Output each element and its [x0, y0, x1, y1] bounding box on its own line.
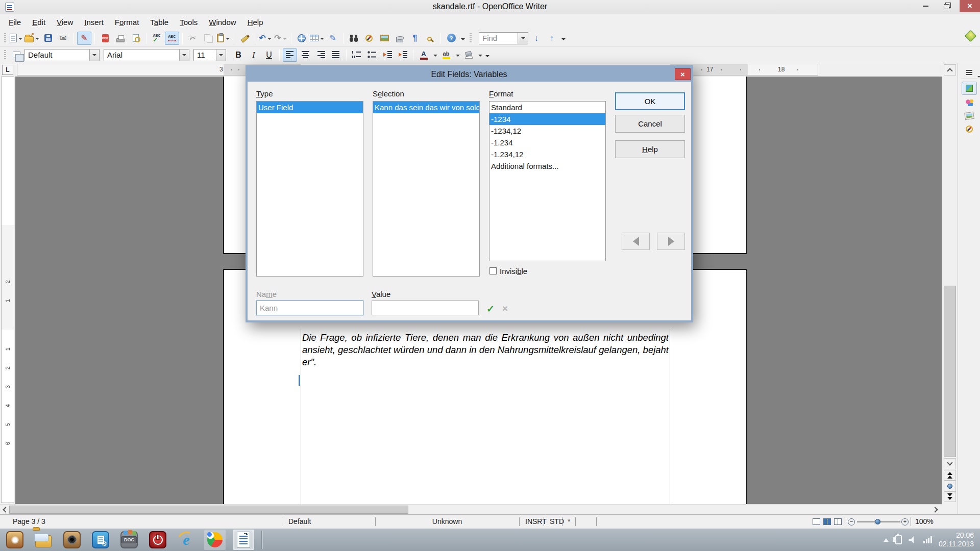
page-preview-button[interactable] [129, 32, 143, 45]
paragraph-style-combobox[interactable]: Default [24, 49, 100, 61]
vertical-scroll-thumb[interactable] [944, 286, 956, 457]
close-button[interactable]: × [960, 0, 980, 12]
taskbar-media-player[interactable] [61, 530, 83, 550]
status-zoom-level[interactable]: 100% [915, 517, 934, 525]
zoom-button[interactable] [423, 32, 437, 45]
restore-button[interactable] [938, 0, 957, 12]
sidebar-tab-styles[interactable] [962, 96, 977, 109]
help-button[interactable]: ? [444, 32, 458, 45]
combo-arrow-icon[interactable] [179, 49, 189, 61]
ok-button[interactable]: OK [615, 92, 685, 110]
tab-stop-selector[interactable]: L [2, 65, 13, 75]
dialog-close-button[interactable]: × [675, 68, 691, 80]
justify-button[interactable] [329, 48, 343, 62]
undo-button[interactable]: ↶ [258, 32, 273, 45]
list-item[interactable]: -1234,12 [489, 125, 605, 137]
show-hidden-icons-button[interactable] [884, 536, 889, 542]
new-document-button[interactable] [9, 32, 23, 45]
list-item-selected[interactable]: Kann das sein das wir von solch [373, 102, 479, 113]
volume-icon[interactable] [909, 536, 917, 543]
horizontal-scrollbar[interactable] [0, 504, 942, 514]
menu-file[interactable]: File [3, 16, 27, 29]
hyperlink-button[interactable] [295, 32, 309, 45]
open-button[interactable] [24, 32, 40, 45]
menu-tools[interactable]: Tools [174, 16, 203, 29]
delete-button[interactable]: × [502, 303, 508, 314]
toolbar-grip[interactable] [4, 33, 6, 43]
apply-button[interactable]: ✓ [486, 303, 495, 315]
sidebar-tab-gallery[interactable] [962, 109, 977, 122]
insert-table-button[interactable] [310, 32, 325, 45]
autospellcheck-button[interactable]: ABC [165, 32, 179, 45]
view-multi-page-button[interactable] [823, 518, 831, 525]
findbar-overflow-button[interactable] [560, 32, 567, 44]
selection-listbox[interactable]: Kann das sein das wir von solch [373, 101, 480, 277]
previous-field-button[interactable] [622, 233, 650, 250]
next-page-button[interactable] [944, 491, 956, 502]
taskbar-power-button[interactable] [147, 530, 168, 550]
formatting-marks-button[interactable]: ¶ [408, 32, 422, 45]
sidebar-tab-properties[interactable] [962, 82, 977, 95]
save-button[interactable] [41, 32, 55, 45]
taskbar-file-explorer[interactable] [33, 530, 54, 550]
type-listbox[interactable]: User Field [256, 101, 363, 277]
vertical-ruler[interactable]: 2 1 1 2 3 4 5 6 [1, 77, 14, 503]
export-pdf-button[interactable]: PDF [98, 32, 112, 45]
styles-window-button[interactable] [9, 48, 23, 62]
view-book-button[interactable] [834, 518, 842, 525]
scroll-up-button[interactable] [944, 64, 956, 76]
minimize-button[interactable] [916, 0, 935, 12]
value-input[interactable] [372, 300, 479, 315]
draw-functions-button[interactable]: ✎ [326, 32, 340, 45]
highlight-color-button[interactable]: ab [439, 48, 453, 62]
find-input[interactable]: Find [479, 32, 528, 44]
list-item[interactable]: Additional formats... [489, 160, 605, 172]
menu-help[interactable]: Help [242, 16, 269, 29]
navigator-button[interactable] [362, 32, 376, 45]
menu-table[interactable]: Table [144, 16, 174, 29]
taskbar-settings-app[interactable]: ⚙ [90, 530, 111, 550]
status-language[interactable]: Unknown [375, 517, 519, 525]
find-replace-button[interactable] [347, 32, 361, 45]
taskbar-clock[interactable]: 20:06 02.11.2013 [939, 531, 976, 548]
horizontal-scroll-thumb[interactable] [9, 506, 408, 514]
font-color-dropdown[interactable] [433, 55, 437, 59]
find-previous-button[interactable]: ↑ [545, 32, 559, 45]
find-d ropdown-arrow[interactable] [518, 33, 528, 44]
print-button[interactable] [113, 32, 128, 45]
background-color-dropdown[interactable] [478, 55, 482, 59]
invisible-checkbox[interactable] [489, 267, 497, 274]
scroll-left-button[interactable] [1, 506, 9, 514]
list-item[interactable]: -1.234,12 [489, 148, 605, 160]
format-listbox[interactable]: Standard -1234 -1234,12 -1.234 -1.234,12… [489, 101, 606, 261]
data-sources-button[interactable] [393, 32, 407, 45]
spellcheck-button[interactable]: ABC✓ [150, 32, 164, 45]
sidebar-menu-button[interactable] [962, 66, 977, 79]
bold-button[interactable]: B [231, 48, 246, 62]
font-size-combobox[interactable]: 11 [193, 49, 226, 61]
findbar-grip[interactable] [470, 33, 472, 43]
name-input[interactable]: Kann [256, 300, 363, 315]
dialog-title-bar[interactable]: Edit Fields: Variables [247, 67, 691, 82]
align-right-button[interactable] [313, 48, 328, 62]
combo-arrow-icon[interactable] [89, 49, 99, 61]
help-button-dialog[interactable]: Help [615, 140, 685, 158]
font-name-combobox[interactable]: Arial [104, 49, 189, 61]
list-item[interactable]: Standard [489, 102, 605, 113]
navigation-button[interactable] [944, 481, 956, 491]
document-text[interactable]: Die Frage, ob infizierte Tiere, denen ma… [302, 332, 669, 368]
list-item[interactable]: -1.234 [489, 137, 605, 148]
sidebar-tab-navigator[interactable] [962, 122, 977, 136]
email-button[interactable]: ✉ [56, 32, 70, 45]
menu-edit[interactable]: Edit [27, 16, 51, 29]
view-single-page-button[interactable] [813, 518, 820, 525]
menu-window[interactable]: Window [203, 16, 241, 29]
power-status-icon[interactable] [895, 535, 902, 544]
increase-indent-button[interactable] [396, 48, 410, 62]
taskbar-documents-folder[interactable]: DOC [118, 530, 140, 550]
align-left-button[interactable] [283, 48, 297, 62]
format-paintbrush-button[interactable] [237, 32, 252, 45]
list-item-selected[interactable]: User Field [257, 102, 363, 113]
menu-view[interactable]: View [51, 16, 79, 29]
gallery-button[interactable] [377, 32, 391, 45]
